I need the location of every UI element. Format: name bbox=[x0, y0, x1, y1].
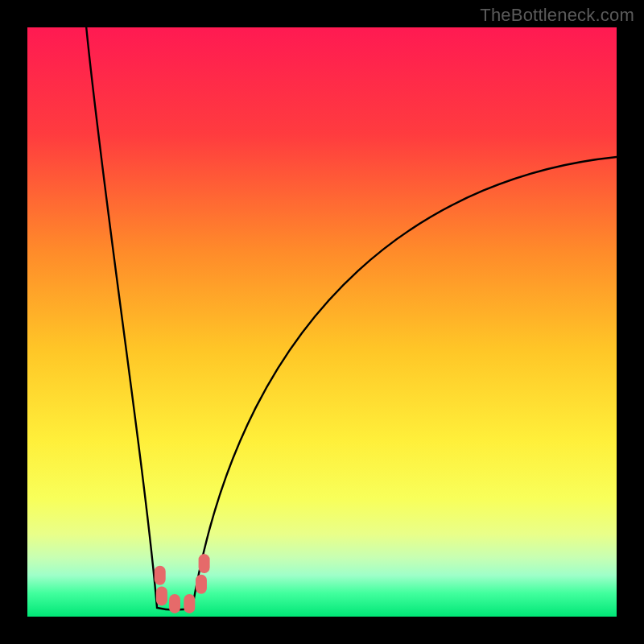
curve-marker bbox=[199, 554, 210, 573]
watermark-text: TheBottleneck.com bbox=[480, 5, 634, 26]
gradient-background bbox=[27, 27, 617, 617]
curve-marker bbox=[184, 594, 195, 613]
curve-marker bbox=[196, 575, 207, 594]
curve-marker bbox=[169, 594, 180, 613]
plot-area bbox=[27, 27, 617, 617]
curve-marker bbox=[156, 586, 167, 605]
bottleneck-chart bbox=[27, 27, 617, 617]
chart-frame: TheBottleneck.com bbox=[0, 0, 644, 644]
curve-marker bbox=[155, 566, 166, 585]
